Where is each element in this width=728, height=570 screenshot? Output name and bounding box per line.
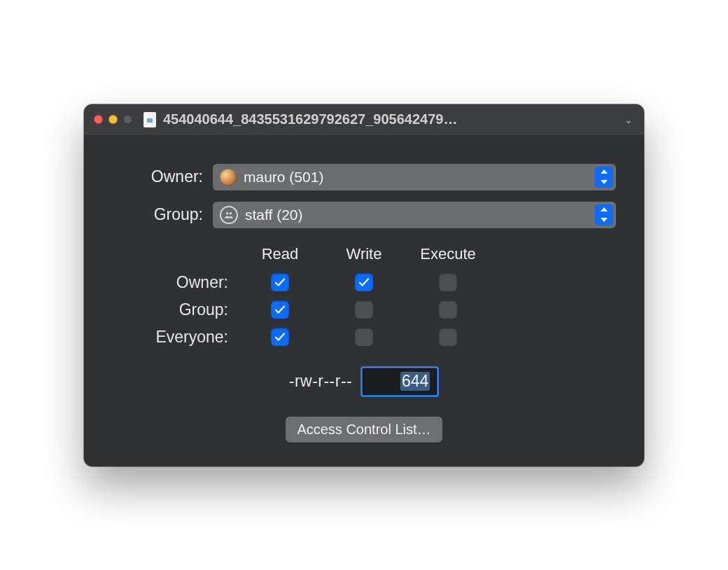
owner-write-checkbox[interactable] [355, 273, 373, 291]
owner-execute-checkbox[interactable] [439, 273, 457, 291]
owner-read-checkbox[interactable] [271, 273, 289, 291]
group-icon [220, 206, 238, 224]
everyone-execute-checkbox[interactable] [439, 328, 457, 346]
group-value: staff (20) [245, 207, 302, 223]
group-stepper-icon[interactable] [595, 204, 613, 225]
title-dropdown-icon[interactable]: ⌄ [624, 114, 634, 125]
permissions-window: 454040644_8435531629792627_905642479… ⌄ … [84, 104, 644, 466]
col-execute: Execute [420, 245, 476, 263]
owner-label: Owner: [112, 167, 213, 186]
owner-avatar-icon [220, 169, 237, 186]
close-button[interactable] [94, 115, 103, 124]
minimize-button[interactable] [108, 115, 118, 124]
permission-string: -rw-r--r-- [289, 372, 353, 391]
window-title: 454040644_8435531629792627_905642479… [163, 111, 617, 127]
group-label: Group: [112, 205, 213, 224]
row-everyone-label: Everyone: [155, 328, 238, 347]
col-read: Read [262, 245, 299, 263]
owner-value: mauro (501) [244, 169, 323, 186]
titlebar: 454040644_8435531629792627_905642479… ⌄ [84, 104, 644, 136]
zoom-button[interactable] [123, 115, 132, 124]
group-write-checkbox[interactable] [355, 300, 373, 319]
everyone-read-checkbox[interactable] [271, 328, 289, 346]
group-execute-checkbox[interactable] [439, 300, 457, 319]
owner-select[interactable]: mauro (501) [213, 164, 616, 190]
row-owner-label: Owner: [176, 273, 238, 292]
group-read-checkbox[interactable] [271, 300, 289, 319]
col-write: Write [346, 245, 382, 263]
traffic-lights [94, 115, 132, 124]
acl-button[interactable]: Access Control List… [286, 417, 442, 443]
permission-octal-value: 644 [400, 372, 430, 391]
row-group-label: Group: [179, 300, 238, 319]
document-icon [144, 112, 156, 127]
owner-stepper-icon[interactable] [595, 167, 613, 188]
group-select[interactable]: staff (20) [213, 202, 616, 228]
everyone-write-checkbox[interactable] [355, 328, 373, 346]
permission-octal-input[interactable]: 644 [360, 366, 439, 397]
